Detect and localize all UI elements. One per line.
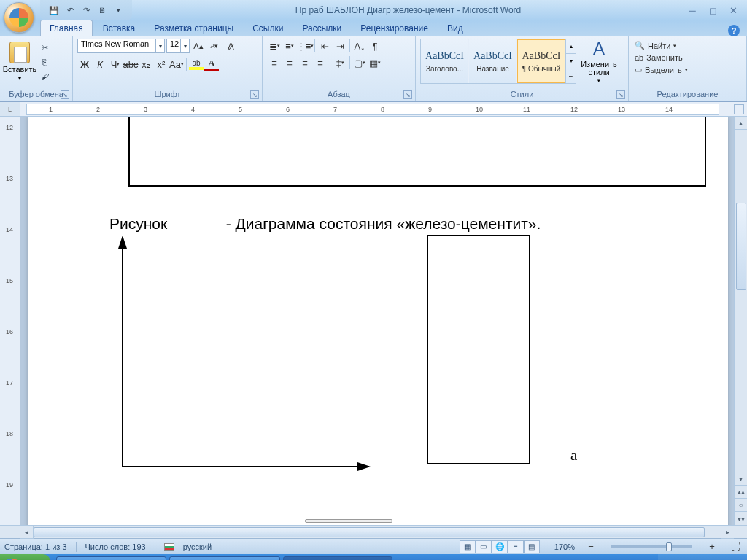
line-spacing-button[interactable]: ‡▾: [333, 55, 347, 70]
scroll-left-icon[interactable]: ◂: [20, 526, 34, 539]
find-button[interactable]: 🔍Найти▾: [633, 40, 689, 51]
copy-icon[interactable]: ⎘: [38, 56, 51, 68]
align-right-button[interactable]: ≡: [298, 55, 312, 70]
view-full-screen[interactable]: ▭: [476, 540, 492, 553]
underline-button[interactable]: Ч▾: [108, 57, 123, 71]
horizontal-ruler[interactable]: 1234567891011121314: [26, 104, 719, 115]
undo-icon[interactable]: ↶: [63, 4, 77, 17]
tab-references[interactable]: Ссылки: [244, 20, 292, 36]
scroll-down-icon[interactable]: ▾: [735, 472, 747, 486]
decrease-indent-button[interactable]: ⇤: [317, 39, 332, 53]
subscript-button[interactable]: x₂: [139, 57, 153, 71]
horizontal-scrollbar[interactable]: [34, 526, 721, 538]
superscript-button[interactable]: x²: [154, 57, 169, 71]
gallery-up-icon[interactable]: ▴: [566, 39, 576, 54]
styles-dialog-launcher[interactable]: ↘: [616, 90, 625, 99]
tab-selector[interactable]: L: [0, 102, 20, 116]
horizontal-splitter[interactable]: [305, 519, 392, 523]
close-button[interactable]: ✕: [725, 4, 741, 16]
start-button[interactable]: пуск: [0, 554, 50, 560]
format-painter-icon[interactable]: 🖌: [38, 71, 51, 82]
view-draft[interactable]: ▤: [524, 540, 540, 553]
show-marks-button[interactable]: ¶: [368, 39, 382, 53]
tab-page-layout[interactable]: Разметка страницы: [145, 20, 242, 36]
grow-font-icon[interactable]: A▴: [191, 39, 206, 53]
qat-more-icon[interactable]: ▾: [112, 4, 125, 17]
strikethrough-button[interactable]: abc: [123, 57, 138, 71]
status-page[interactable]: Страница: 1 из 3: [4, 542, 67, 551]
hscroll-thumb[interactable]: [34, 527, 705, 537]
font-color-button[interactable]: A: [204, 57, 219, 71]
proofing-icon[interactable]: [164, 543, 174, 551]
font-dialog-launcher[interactable]: ↘: [250, 90, 259, 99]
document-viewport[interactable]: Рисунок - Диаграмма состояния «железо-це…: [20, 117, 734, 525]
office-button[interactable]: [4, 2, 34, 33]
tab-mailings[interactable]: Рассылки: [293, 20, 350, 36]
tab-home[interactable]: Главная: [40, 20, 93, 36]
shrink-font-icon[interactable]: A▾: [207, 39, 222, 53]
ruler-toggle[interactable]: [734, 104, 744, 114]
taskbar-item-1[interactable]: ПР7Слож2ДСпечать...: [56, 556, 166, 560]
next-page-icon[interactable]: ▾▾: [735, 512, 747, 525]
zoom-slider[interactable]: [611, 545, 692, 548]
shading-button[interactable]: ▢▾: [352, 55, 367, 70]
view-print-layout[interactable]: ▦: [460, 540, 476, 553]
scroll-up-icon[interactable]: ▴: [735, 117, 747, 130]
style-normal[interactable]: AaBbCcI ¶ Обычный: [517, 39, 565, 83]
vscroll-thumb[interactable]: [736, 203, 746, 290]
align-center-button[interactable]: ≡: [282, 55, 297, 70]
change-styles-icon: A: [593, 39, 605, 59]
scroll-right-icon[interactable]: ▸: [721, 526, 734, 539]
replace-button[interactable]: abЗаменить: [633, 52, 689, 63]
tab-review[interactable]: Рецензирование: [352, 20, 437, 36]
zoom-out-button[interactable]: −: [584, 540, 598, 554]
zoom-fit-icon[interactable]: ⛶: [728, 540, 743, 554]
prev-page-icon[interactable]: ▴▴: [735, 486, 747, 499]
browse-object-icon[interactable]: ○: [735, 499, 747, 512]
paragraph-dialog-launcher[interactable]: ↘: [403, 90, 412, 99]
vertical-ruler[interactable]: 1213141516171819: [0, 117, 20, 525]
maximize-button[interactable]: ◻: [705, 4, 721, 16]
print-preview-icon[interactable]: 🗎: [96, 4, 109, 17]
font-size-combo[interactable]: 12▾: [166, 39, 190, 53]
highlight-color-button[interactable]: ab: [189, 57, 204, 71]
redo-icon[interactable]: ↷: [80, 4, 93, 17]
paste-button[interactable]: Вставить ▾: [4, 39, 35, 82]
bullets-button[interactable]: ≣▾: [267, 39, 282, 53]
bold-button[interactable]: Ж: [77, 57, 92, 71]
gallery-more-icon[interactable]: ⎼: [566, 69, 576, 83]
taskbar-item-2[interactable]: 7 Шабл мат ПР Раб -...: [169, 556, 281, 560]
style-title[interactable]: AaBbCcI Название: [469, 39, 517, 83]
zoom-in-button[interactable]: +: [705, 540, 719, 554]
clipboard-dialog-launcher[interactable]: ↘: [61, 90, 69, 99]
vertical-scrollbar[interactable]: ▴ ▾ ▴▴ ○ ▾▾: [734, 117, 747, 525]
numbering-button[interactable]: ≡▾: [282, 39, 297, 53]
change-case-button[interactable]: Aa▾: [169, 57, 184, 71]
change-styles-button[interactable]: A Изменить стили ▾: [579, 39, 619, 84]
status-word-count[interactable]: Число слов: 193: [85, 542, 146, 551]
clear-formatting-icon[interactable]: A̷: [223, 39, 238, 53]
help-icon[interactable]: ?: [728, 25, 740, 36]
zoom-level[interactable]: 170%: [554, 542, 575, 551]
gallery-down-icon[interactable]: ▾: [566, 54, 576, 69]
tab-view[interactable]: Вид: [438, 20, 472, 36]
justify-button[interactable]: ≡: [313, 55, 328, 70]
tab-insert[interactable]: Вставка: [94, 20, 144, 36]
sort-button[interactable]: A↓: [352, 39, 367, 53]
italic-button[interactable]: К: [93, 57, 107, 71]
view-web-layout[interactable]: 🌐: [492, 540, 508, 553]
borders-button[interactable]: ▦▾: [368, 55, 382, 70]
cut-icon[interactable]: ✂: [38, 42, 51, 53]
font-family-combo[interactable]: Times New Roman▾: [77, 39, 165, 53]
multilevel-list-button[interactable]: ⋮≡▾: [298, 39, 312, 53]
view-outline[interactable]: ≡: [508, 540, 524, 553]
select-button[interactable]: ▭Выделить▾: [633, 64, 689, 75]
style-heading[interactable]: AaBbCcI Заголово...: [421, 39, 469, 83]
taskbar-item-3[interactable]: Пр раб ШАБЛОН Ди...: [283, 556, 392, 560]
save-icon[interactable]: 💾: [47, 4, 61, 17]
increase-indent-button[interactable]: ⇥: [333, 39, 347, 53]
minimize-button[interactable]: ─: [684, 4, 700, 16]
align-left-button[interactable]: ≡: [267, 55, 282, 70]
axes-diagram: [114, 233, 376, 474]
status-language[interactable]: русский: [183, 542, 212, 551]
